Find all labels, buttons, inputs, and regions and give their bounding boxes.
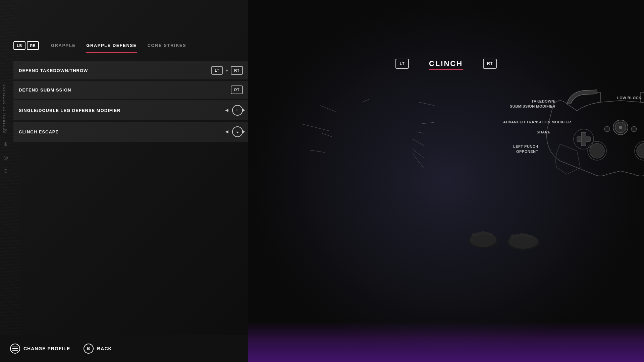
svg-point-44 bbox=[524, 234, 528, 237]
btn-rt-2: RT bbox=[231, 85, 243, 94]
svg-point-36 bbox=[472, 233, 477, 237]
moves-list: DEFEND TAKEDOWN/THROW LT + RT DEFEND SUB… bbox=[13, 61, 248, 142]
svg-point-6 bbox=[590, 143, 604, 158]
tabs-bar: LB RB GRAPPLE GRAPPLE DEFENSE CORE STRIK… bbox=[13, 40, 248, 52]
ann-rotate-push-pull: LEFT PUNCH OPPONENT bbox=[513, 144, 538, 155]
move-name-defend-takedown: DEFEND TAKEDOWN/THROW bbox=[19, 68, 88, 73]
clinch-lt-btn[interactable]: LT bbox=[395, 59, 409, 69]
svg-line-22 bbox=[302, 124, 329, 131]
move-input-single-double: ◄ L bbox=[224, 105, 243, 116]
clinch-rt-btn[interactable]: RT bbox=[483, 59, 497, 69]
move-name-clinch-escape: CLINCH ESCAPE bbox=[19, 129, 59, 134]
move-row-defend-submission: DEFEND SUBMISSION RT bbox=[13, 81, 248, 99]
stick-l-3: L bbox=[232, 105, 243, 116]
svg-line-23 bbox=[322, 133, 332, 137]
svg-line-28 bbox=[416, 132, 424, 133]
move-row-clinch-escape: CLINCH ESCAPE ◄ L bbox=[13, 122, 248, 142]
move-input-clinch-escape: ◄ L bbox=[224, 126, 243, 137]
sidebar-icon-4: ⊙ bbox=[3, 168, 10, 174]
sidebar-icons: ⊙ ⊕ ◎ ⊙ bbox=[3, 127, 10, 174]
svg-point-45 bbox=[528, 235, 532, 238]
svg-line-29 bbox=[413, 139, 424, 146]
btn-lt-1: LT bbox=[211, 66, 223, 75]
svg-line-26 bbox=[419, 102, 434, 106]
svg-point-39 bbox=[485, 232, 489, 235]
arrow-left-3: ◄ bbox=[224, 107, 229, 113]
svg-line-21 bbox=[320, 106, 337, 112]
tab-badges: LB RB bbox=[13, 41, 39, 50]
change-profile-icon bbox=[10, 344, 20, 354]
clinch-title: CLINCH bbox=[429, 59, 463, 68]
move-name-single-double: SINGLE/DOUBLE LEG DEFENSE MODIFIER bbox=[19, 108, 120, 113]
svg-point-15 bbox=[631, 126, 637, 132]
svg-line-25 bbox=[362, 99, 369, 102]
stick-l-4: L bbox=[232, 126, 243, 137]
svg-point-38 bbox=[481, 231, 485, 234]
move-input-defend-takedown: LT + RT bbox=[211, 66, 243, 75]
move-row-single-double: SINGLE/DOUBLE LEG DEFENSE MODIFIER ◄ L bbox=[13, 100, 248, 120]
character-feet bbox=[456, 215, 557, 255]
svg-rect-47 bbox=[12, 348, 18, 349]
change-profile-label: CHANGE PROFILE bbox=[23, 346, 70, 351]
svg-point-41 bbox=[511, 234, 516, 238]
svg-line-30 bbox=[413, 149, 424, 158]
back-label: BACK bbox=[97, 346, 112, 351]
back-action[interactable]: B BACK bbox=[84, 344, 112, 354]
sidebar-icon-3: ◎ bbox=[3, 154, 10, 161]
back-icon: B bbox=[84, 344, 94, 354]
btn-rt-1: RT bbox=[231, 66, 243, 75]
svg-point-42 bbox=[515, 234, 520, 237]
controller-settings-label: CONTROLLER SETTINGS bbox=[3, 84, 6, 133]
svg-point-40 bbox=[489, 233, 493, 236]
tab-core-strikes[interactable]: CORE STRIKES bbox=[142, 40, 192, 51]
change-profile-action[interactable]: CHANGE PROFILE bbox=[10, 344, 70, 354]
plus-sign-1: + bbox=[225, 68, 228, 73]
svg-line-24 bbox=[310, 150, 325, 153]
svg-rect-2 bbox=[581, 132, 586, 146]
svg-point-37 bbox=[477, 232, 481, 235]
right-panel: LT CLINCH RT bbox=[248, 0, 644, 288]
svg-rect-46 bbox=[12, 347, 18, 347]
left-panel: LB RB GRAPPLE GRAPPLE DEFENSE CORE STRIK… bbox=[13, 40, 248, 142]
badge-lb[interactable]: LB bbox=[13, 41, 25, 50]
svg-line-27 bbox=[419, 122, 434, 124]
ann-advanced-transition: ADVANCED TRANSITION MODIFIER bbox=[503, 120, 571, 124]
svg-text:⊕: ⊕ bbox=[619, 125, 623, 130]
sidebar-icon-1: ⊙ bbox=[3, 127, 10, 134]
tab-grapple[interactable]: GRAPPLE bbox=[46, 40, 81, 51]
svg-point-14 bbox=[604, 126, 610, 132]
ann-low-block: LOW BLOCK bbox=[617, 96, 641, 100]
arrow-left-4: ◄ bbox=[224, 129, 229, 135]
move-name-defend-submission: DEFEND SUBMISSION bbox=[19, 87, 71, 93]
svg-line-31 bbox=[413, 154, 424, 169]
move-row-defend-takedown: DEFEND TAKEDOWN/THROW LT + RT bbox=[13, 61, 248, 79]
controller-svg-container: Y X B A ⊕ bbox=[540, 77, 644, 184]
floor-reflection bbox=[248, 335, 644, 362]
svg-rect-48 bbox=[12, 350, 18, 351]
ann-share: SHARE bbox=[537, 130, 550, 134]
tab-grapple-defense[interactable]: GRAPPLE DEFENSE bbox=[81, 40, 142, 51]
bottom-bar: CHANGE PROFILE B BACK bbox=[0, 335, 248, 362]
sidebar-icon-2: ⊕ bbox=[3, 141, 10, 147]
clinch-tabs: LT CLINCH RT bbox=[395, 59, 497, 69]
svg-point-4 bbox=[637, 143, 644, 158]
svg-point-43 bbox=[520, 233, 524, 236]
badge-rb[interactable]: RB bbox=[27, 41, 39, 50]
move-input-defend-submission: RT bbox=[231, 85, 243, 94]
ann-takedown-submission: TAKEDOWN/ SUBMISSION MODIFIER bbox=[510, 99, 555, 109]
